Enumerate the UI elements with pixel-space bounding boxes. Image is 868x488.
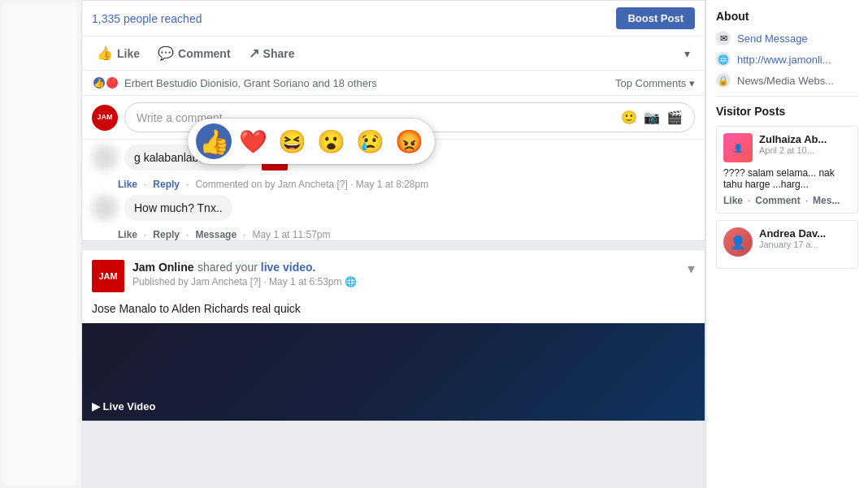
comment-1-reply-link[interactable]: Reply: [153, 179, 180, 190]
visitor-1-actions: Like · Comment · Mes...: [723, 195, 851, 206]
comment-item-2: How much? Tnx..: [82, 190, 705, 226]
like-action-button[interactable]: 👍 Like: [89, 40, 148, 67]
visitor-1-like[interactable]: Like: [723, 195, 743, 206]
send-message-row: ✉ Send Message: [716, 31, 858, 45]
sad-emoji: 😢: [356, 128, 384, 155]
reaction-names-row: 👍 ❤️ Erbert Bestudio Dionisio, Grant Sor…: [92, 76, 377, 90]
post-2-video-thumb[interactable]: ▶ Live Video: [82, 323, 705, 421]
comment-1-meta: Commented on by Jam Ancheta [?] · May 1 …: [195, 179, 428, 190]
reached-bar: 1,335 people reached Boost Post: [82, 1, 705, 37]
visitor-post-1: 👤 Zulhaiza Ab... April 2 at 10... ???? s…: [716, 126, 858, 214]
comment-2-time: May 1 at 11:57pm: [252, 229, 330, 240]
globe-icon: [345, 276, 357, 287]
web-icon: 🌐: [716, 52, 731, 67]
angry-reaction-button[interactable]: 😡: [391, 123, 427, 159]
post-card-1: 1,335 people reached Boost Post 👍 Like 💬…: [81, 0, 705, 241]
love-reaction-button[interactable]: ❤️: [235, 123, 271, 159]
comment-2-like-link[interactable]: Like: [118, 229, 137, 240]
main-content: 1,335 people reached Boost Post 👍 Like 💬…: [81, 0, 705, 488]
comment-action-button[interactable]: 💬 Comment: [150, 40, 239, 67]
reached-text: 1,335 people reached: [92, 12, 202, 25]
post-2-author-info: Jam Online shared your live video. Publi…: [132, 260, 357, 287]
news-media-row: 🔒 News/Media Webs...: [716, 73, 858, 88]
comment-2-avatar: [92, 195, 118, 221]
reactions-summary: 👍 ❤️ Erbert Bestudio Dionisio, Grant Sor…: [82, 71, 705, 96]
comment-2-bubble: How much? Tnx..: [124, 195, 232, 221]
visitor-2-avatar: 👤: [723, 227, 753, 257]
action-dropdown-chevron[interactable]: ▾: [676, 41, 698, 66]
reaction-names-text: Erbert Bestudio Dionisio, Grant Soriano …: [124, 77, 377, 89]
visitor-post-2-header: 👤 Andrea Dav... January 17 a...: [723, 227, 851, 257]
website-row: 🌐 http://www.jamonli...: [716, 52, 858, 67]
share-action-label: Share: [263, 47, 295, 60]
video-overlay: ▶ Live Video: [92, 400, 155, 412]
visitor-1-message[interactable]: Mes...: [813, 195, 840, 206]
post-2-header: JAM Jam Online shared your live video. P…: [82, 250, 705, 299]
visitor-1-avatar: 👤: [723, 133, 753, 162]
message-icon: ✉: [716, 31, 731, 45]
like-emoji: 👍: [196, 123, 232, 159]
top-comments-button[interactable]: Top Comments ▾: [615, 77, 695, 89]
comment-2-content: How much? Tnx..: [124, 195, 232, 221]
sad-reaction-button[interactable]: 😢: [352, 123, 388, 159]
comment-2-reply-link[interactable]: Reply: [153, 229, 180, 240]
comment-action-label: Comment: [178, 47, 231, 60]
left-sidebar: [0, 0, 81, 488]
wow-emoji: 😮: [317, 128, 345, 155]
share-action-button[interactable]: ↗ Share: [241, 40, 303, 67]
angry-emoji: 😡: [395, 128, 423, 155]
haha-emoji: 😆: [278, 128, 306, 155]
like-reaction-button[interactable]: 👍: [196, 123, 232, 159]
haha-reaction-button[interactable]: 😆: [274, 123, 310, 159]
wow-reaction-button[interactable]: 😮: [313, 123, 349, 159]
right-sidebar: About ✉ Send Message 🌐 http://www.jamonl…: [705, 0, 868, 488]
post-2-meta: Published by Jam Ancheta [?] · May 1 at …: [132, 276, 357, 287]
post-2-author-name: Jam Online: [132, 261, 193, 274]
post-2-chevron[interactable]: ▾: [688, 260, 695, 278]
comment-1-like-link[interactable]: Like: [118, 179, 137, 190]
post-2-author-name-row: Jam Online shared your live video.: [132, 260, 357, 274]
love-reaction-icon: ❤️: [105, 76, 119, 90]
news-media-label: News/Media Webs...: [737, 75, 834, 87]
send-message-link[interactable]: Send Message: [737, 32, 808, 45]
comment-2-actions: Like · Reply · Message · May 1 at 11:57p…: [82, 226, 705, 240]
visitor-2-info: Andrea Dav... January 17 a...: [759, 227, 826, 249]
website-link[interactable]: http://www.jamonli...: [737, 54, 831, 66]
comment-1-container: g kalabanlaban🚨😤 JAM Like · Reply · Comm…: [82, 140, 705, 190]
live-video-link[interactable]: live video.: [261, 261, 316, 274]
visitor-2-name: Andrea Dav...: [759, 227, 826, 240]
sidebar-divider: [716, 96, 858, 97]
like-action-label: Like: [117, 47, 140, 60]
comment-2-container: How much? Tnx.. Like · Reply · Message ·…: [82, 190, 705, 240]
visitor-1-time: April 2 at 10...: [759, 145, 827, 155]
visitor-post-2: 👤 Andrea Dav... January 17 a...: [716, 220, 858, 269]
news-icon: 🔒: [716, 73, 731, 88]
share-action-icon: ↗: [249, 45, 259, 61]
love-emoji: ❤️: [239, 128, 267, 155]
boost-post-button[interactable]: Boost Post: [616, 7, 695, 29]
reaction-icons-group: 👍 ❤️: [92, 76, 119, 90]
action-bar: 👍 Like 💬 Comment ↗ Share ▾: [82, 37, 705, 71]
about-title: About: [716, 10, 858, 23]
comment-1-avatar: [92, 145, 118, 171]
visitor-1-name: Zulhaiza Ab...: [759, 133, 827, 145]
post-2-title: Jose Manalo to Alden Richards real quick: [82, 299, 705, 323]
post-2-published: Published by Jam Ancheta [?] · May 1 at …: [132, 276, 341, 287]
post-2-author-row: JAM Jam Online shared your live video. P…: [92, 260, 357, 292]
visitor-1-comment[interactable]: Comment: [755, 195, 800, 206]
comment-action-icon: 💬: [158, 45, 174, 61]
like-action-icon: 👍: [97, 45, 113, 61]
post-card-2: JAM Jam Online shared your live video. P…: [81, 249, 705, 421]
post-2-logo: JAM: [92, 260, 124, 292]
gif-icon[interactable]: 🎬: [666, 110, 683, 125]
post-2-shared-text: shared your live video.: [197, 261, 316, 274]
camera-icon[interactable]: 📷: [644, 110, 660, 125]
visitor-1-text: ???? salam selama... nak tahu harge ...h…: [723, 167, 851, 190]
visitor-post-1-header: 👤 Zulhaiza Ab... April 2 at 10...: [723, 133, 851, 162]
comment-2-text: How much? Tnx..: [134, 201, 223, 214]
comment-2-message-link[interactable]: Message: [195, 229, 237, 240]
visitor-2-time: January 17 a...: [759, 240, 826, 249]
emoji-icon[interactable]: 🙂: [621, 110, 637, 125]
comment-1-actions: Like · Reply · Commented on by Jam Anche…: [82, 175, 705, 190]
visitor-posts-title: Visitor Posts: [716, 105, 858, 118]
